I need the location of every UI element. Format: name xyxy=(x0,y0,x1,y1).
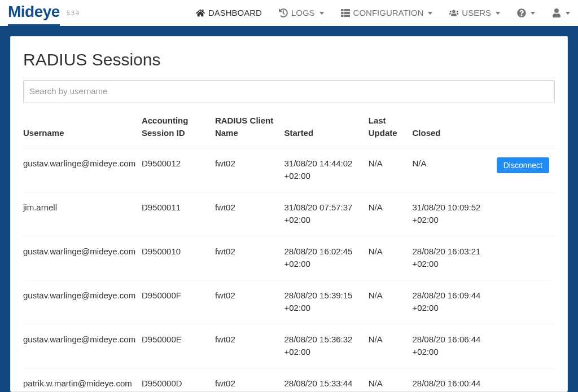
cell-session_id: D9500010 xyxy=(142,236,215,280)
th-username: Username xyxy=(23,107,142,148)
cell-session_id: D9500011 xyxy=(142,192,215,236)
cell-client: fwt02 xyxy=(215,192,284,236)
table-row: gustav.warlinge@mideye.comD9500012fwt023… xyxy=(23,148,555,192)
table-row: gustav.warlinge@mideye.comD950000Ffwt022… xyxy=(23,280,555,324)
cell-action xyxy=(497,280,555,324)
cell-last_update: N/A xyxy=(369,148,413,192)
cell-action xyxy=(497,236,555,280)
cell-closed: 28/08/20 16:09:44 +02:00 xyxy=(412,280,496,324)
table-row: gustav.warlinge@mideye.comD950000Efwt022… xyxy=(23,324,555,368)
cell-closed: 28/08/20 16:06:44 +02:00 xyxy=(412,324,496,368)
nav-logs-label: LOGS xyxy=(291,7,315,20)
cell-closed: 28/08/20 16:03:21 +02:00 xyxy=(412,236,496,280)
nav-help[interactable] xyxy=(517,8,535,17)
th-last-update: Last Update xyxy=(369,107,413,148)
cell-last_update: N/A xyxy=(369,236,413,280)
cell-started: 31/08/20 14:44:02 +02:00 xyxy=(284,148,369,192)
cell-started: 28/08/20 15:39:15 +02:00 xyxy=(284,280,369,324)
search-wrap xyxy=(23,80,555,103)
th-list-icon xyxy=(341,8,350,17)
cell-username: patrik.w.martin@mideye.com xyxy=(23,368,142,392)
sessions-table: Username Accounting Session ID RADIUS Cl… xyxy=(23,107,555,393)
question-circle-icon xyxy=(517,8,526,17)
user-icon xyxy=(552,8,561,17)
home-icon xyxy=(196,8,205,17)
th-started: Started xyxy=(284,107,369,148)
cell-action: Disconnect xyxy=(497,148,555,192)
cell-session_id: D950000E xyxy=(142,324,215,368)
disconnect-button[interactable]: Disconnect xyxy=(497,157,549,173)
nav-configuration[interactable]: CONFIGURATION xyxy=(341,7,433,20)
page-title: RADIUS Sessions xyxy=(23,47,555,72)
cell-closed: 31/08/20 10:09:52 +02:00 xyxy=(412,192,496,236)
nav-links: DASHBOARD LOGS CONFIGURATION USERS xyxy=(196,7,570,20)
th-action xyxy=(497,107,555,148)
table-row: jim.arnellD9500011fwt0231/08/20 07:57:37… xyxy=(23,192,555,236)
nav-users[interactable]: USERS xyxy=(449,7,500,20)
cell-client: fwt02 xyxy=(215,280,284,324)
cell-username: gustav.warlinge@mideye.com xyxy=(23,236,142,280)
main-panel: RADIUS Sessions Username Accounting Sess… xyxy=(10,36,568,392)
brand-name: Mideye xyxy=(8,0,60,26)
table-row: patrik.w.martin@mideye.comD950000Dfwt022… xyxy=(23,368,555,392)
cell-client: fwt02 xyxy=(215,324,284,368)
cell-action xyxy=(497,192,555,236)
cell-username: gustav.warlinge@mideye.com xyxy=(23,324,142,368)
cell-client: fwt02 xyxy=(215,368,284,392)
chevron-down-icon xyxy=(531,12,535,15)
cell-username: gustav.warlinge@mideye.com xyxy=(23,148,142,192)
history-icon xyxy=(279,8,288,17)
cell-last_update: N/A xyxy=(369,192,413,236)
cell-last_update: N/A xyxy=(369,280,413,324)
cell-started: 28/08/20 15:33:44 +02:00 xyxy=(284,368,369,392)
cell-action xyxy=(497,324,555,368)
top-navbar: Mideye 5.3.4 DASHBOARD LOGS CONFIGURATIO… xyxy=(0,0,578,26)
th-client: RADIUS Client Name xyxy=(215,107,284,148)
th-session-id: Accounting Session ID xyxy=(142,107,215,148)
cell-started: 28/08/20 16:02:45 +02:00 xyxy=(284,236,369,280)
users-icon xyxy=(449,8,458,17)
chevron-down-icon xyxy=(496,12,500,15)
cell-closed: 28/08/20 16:00:44 +02:00 xyxy=(412,368,496,392)
cell-username: gustav.warlinge@mideye.com xyxy=(23,280,142,324)
cell-username: jim.arnell xyxy=(23,192,142,236)
chevron-down-icon xyxy=(319,12,324,15)
chevron-down-icon xyxy=(428,12,432,15)
cell-last_update: N/A xyxy=(369,368,413,392)
cell-session_id: D950000D xyxy=(142,368,215,392)
brand: Mideye 5.3.4 xyxy=(8,0,79,26)
cell-action xyxy=(497,368,555,392)
content-frame: RADIUS Sessions Username Accounting Sess… xyxy=(0,26,578,392)
cell-client: fwt02 xyxy=(215,236,284,280)
chevron-down-icon xyxy=(566,12,570,15)
nav-dashboard-label: DASHBOARD xyxy=(208,7,262,20)
cell-session_id: D950000F xyxy=(142,280,215,324)
nav-logs[interactable]: LOGS xyxy=(279,7,324,20)
th-closed: Closed xyxy=(412,107,496,148)
cell-client: fwt02 xyxy=(215,148,284,192)
search-input[interactable] xyxy=(29,86,549,96)
brand-version: 5.3.4 xyxy=(67,9,79,17)
cell-started: 31/08/20 07:57:37 +02:00 xyxy=(284,192,369,236)
table-row: gustav.warlinge@mideye.comD9500010fwt022… xyxy=(23,236,555,280)
cell-started: 28/08/20 15:36:32 +02:00 xyxy=(284,324,369,368)
nav-dashboard[interactable]: DASHBOARD xyxy=(196,7,262,20)
nav-users-label: USERS xyxy=(462,7,491,20)
cell-last_update: N/A xyxy=(369,324,413,368)
cell-closed: N/A xyxy=(412,148,496,192)
cell-session_id: D9500012 xyxy=(142,148,215,192)
nav-account[interactable] xyxy=(552,8,570,17)
nav-configuration-label: CONFIGURATION xyxy=(353,7,424,20)
